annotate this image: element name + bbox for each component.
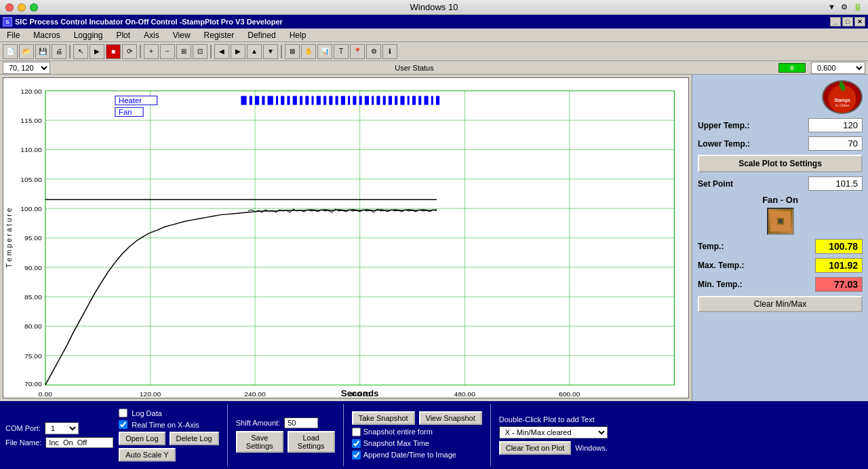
menu-macros[interactable]: Macros [29,29,64,41]
svg-text:70.00: 70.00 [24,380,42,387]
sep4 [281,45,282,58]
svg-text:600.00: 600.00 [559,391,580,398]
svg-text:0.00: 0.00 [39,391,53,398]
open-icon[interactable]: 📂 [19,44,34,59]
text-icon[interactable]: T [334,44,349,59]
auto-scale-button[interactable]: Auto Scale Y [119,448,175,462]
upper-temp-input[interactable] [808,118,863,132]
app-restore-btn[interactable]: □ [842,17,853,26]
svg-rect-43 [276,96,278,105]
left-icon[interactable]: ◀ [214,44,229,59]
file-name-input[interactable] [45,437,113,448]
snapshot-max-row: Snapshot Max Time [352,439,482,448]
menu-plot[interactable]: Plot [112,29,134,41]
delete-log-button[interactable]: Delete Log [170,432,219,445]
run-icon[interactable]: ▶ [90,44,104,59]
zoom-rect-icon[interactable]: ⊞ [176,44,191,59]
set-point-row: Set Point [698,176,863,191]
take-snapshot-button[interactable]: Take Snapshot [352,411,415,425]
app-close-btn[interactable]: ✕ [854,17,865,26]
up-icon[interactable]: ▲ [247,44,262,59]
plot-svg: T e m p e r a t u r e [3,78,688,398]
svg-text:Stamps: Stamps [834,98,850,103]
set-point-input[interactable] [808,176,863,191]
real-time-label: Real Time on X-Axis [132,421,199,429]
temp-value: 100.78 [815,239,863,254]
clear-text-button[interactable]: Clear Text on Plot [499,441,572,455]
speed-dropdown[interactable]: 0.600 [811,62,865,74]
open-log-button[interactable]: Open Log [119,432,165,445]
snapshot-form-row: Snapshot entire form [352,428,482,436]
zoom-out-icon[interactable]: − [160,44,175,59]
svg-text:115.00: 115.00 [20,117,42,124]
shift-amount-row: Shift Amount: [236,417,335,428]
com-port-select[interactable]: 1 [45,422,79,434]
stamp-icon[interactable]: 📍 [350,44,365,59]
file-name-label: File Name: [5,438,41,447]
rewind-icon[interactable]: ⟳ [122,44,137,59]
fit-icon[interactable]: ⊠ [285,44,300,59]
menu-view[interactable]: View [169,29,195,41]
config-icon[interactable]: ⚙ [366,44,381,59]
svg-text:Heater: Heater [119,96,142,104]
maximize-button[interactable] [30,3,38,12]
shift-amount-input[interactable] [284,417,318,428]
scale-plot-button[interactable]: Scale Plot to Settings [698,155,863,172]
snapshot-form-checkbox[interactable] [352,428,361,436]
app-minimize-btn[interactable]: _ [830,17,841,26]
log-section: Log Data Real Time on X-Axis Open Log De… [119,404,219,466]
plot-area[interactable]: T e m p e r a t u r e [3,77,689,398]
logo-area: Stamps in Class [698,80,863,114]
double-click-label: Double-Click Plot to add Text [499,415,595,424]
clear-text-row: Clear Text on Plot Windows. [499,441,608,455]
new-icon[interactable]: 📄 [3,44,18,59]
lower-temp-input[interactable] [808,136,863,151]
down-icon[interactable]: ▼ [263,44,278,59]
snapshot-max-label: Snapshot Max Time [363,439,429,447]
clear-minmax-button[interactable]: Clear Min/Max [698,296,863,312]
svg-rect-66 [412,96,416,105]
fan-icon[interactable] [767,208,794,235]
data-icon[interactable]: 📊 [317,44,332,59]
menu-register[interactable]: Register [200,29,239,41]
min-temp-value: 77.03 [815,277,863,292]
append-date-label: Append Date/Time to Image [363,451,456,459]
save-settings-button[interactable]: SaveSettings [236,431,283,453]
cursor-icon[interactable]: ↖ [73,44,88,59]
svg-rect-70 [436,96,439,105]
view-snapshot-button[interactable]: View Snapshot [419,411,482,425]
app-title-controls[interactable]: _ □ ✕ [830,17,865,26]
window-controls[interactable] [5,3,38,12]
svg-text:240.00: 240.00 [244,391,266,398]
minimize-button[interactable] [18,3,26,12]
snapshot-max-checkbox[interactable] [352,439,361,448]
append-date-checkbox[interactable] [352,451,361,459]
zoom-full-icon[interactable]: ⊡ [193,44,208,59]
print-icon[interactable]: 🖨 [52,44,66,59]
zoom-in-icon[interactable]: + [144,44,159,59]
fan-label: Fan - On [762,195,798,205]
max-temp-label: Max. Temp.: [698,261,744,270]
save-icon[interactable]: 💾 [35,44,50,59]
close-button[interactable] [5,3,14,12]
svg-rect-42 [268,96,273,105]
x-minmax-select[interactable]: X - Min/Max cleared [499,426,608,438]
info-icon[interactable]: ℹ [382,44,397,59]
real-time-checkbox[interactable] [119,420,127,429]
load-settings-button[interactable]: LoadSettings [288,431,335,453]
menu-logging[interactable]: Logging [70,29,107,41]
stop-icon[interactable]: ■ [106,44,121,59]
range-dropdown[interactable]: 70, 120 [3,62,50,74]
svg-text:110.00: 110.00 [20,147,42,153]
menu-defined[interactable]: Defined [243,29,279,41]
menu-file[interactable]: File [3,29,24,41]
divider2 [343,404,344,466]
svg-rect-54 [341,96,345,105]
menu-axis[interactable]: Axis [140,29,163,41]
hand-icon[interactable]: ✋ [301,44,316,59]
right-icon[interactable]: ▶ [231,44,245,59]
svg-rect-59 [372,96,374,105]
log-data-checkbox[interactable] [119,409,127,417]
menu-help[interactable]: Help [285,29,311,41]
snapshot-section: Take Snapshot View Snapshot Snapshot ent… [352,404,482,466]
